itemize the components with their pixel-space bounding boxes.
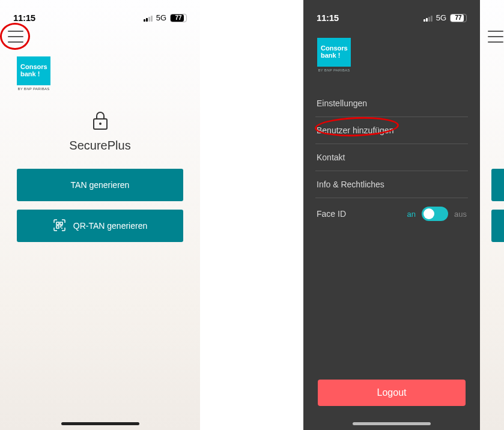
tan-button[interactable]: TAN generieren [17,169,183,201]
status-time: 11:15 [13,13,35,23]
menu-item-label: Benutzer hinzufügen [317,126,393,135]
status-bar: 11:15 5G 77 [303,0,480,27]
brand-logo: Consors bank ! BY BNP PARIBAS [317,38,351,72]
battery-icon: 77 [170,14,187,22]
home-indicator[interactable] [353,422,431,425]
screenshot-menu: 11:15 5G 77 Consors bank ! BY BNP PARIBA… [303,0,480,430]
svg-rect-2 [56,222,59,225]
home-center: SecurePlus [0,111,200,153]
status-right: 5G 77 [144,13,187,22]
qr-icon [53,219,66,234]
status-right: 5G 77 [424,13,467,22]
hamburger-menu-icon[interactable] [8,31,23,43]
network-type: 5G [436,13,446,22]
side-menu: Einstellungen Benutzer hinzufügen Kontak… [315,90,468,229]
qr-tan-button[interactable]: QR-TAN generieren [17,210,183,242]
logout-label: Logout [377,387,407,398]
svg-point-1 [99,123,102,125]
tan-button-partial[interactable] [491,169,504,201]
qr-tan-button-label: QR-TAN generieren [73,221,147,231]
app-title: SecurePlus [0,139,200,153]
logo-subtitle: BY BNP PARIBAS [318,68,350,72]
home-indicator[interactable] [61,422,139,425]
status-bar: 11:15 5G 77 [0,0,200,27]
lock-icon [91,111,109,133]
menu-item-faceid: Face ID an aus [315,198,468,229]
signal-icon [144,14,153,22]
toggle-off-label: aus [454,210,467,219]
svg-rect-4 [56,226,59,228]
toggle-on-label: an [407,210,416,219]
home-buttons: TAN generieren QR-TAN generieren [17,169,183,242]
menu-item-label: Kontakt [317,153,345,162]
logo-line2: bank ! [321,52,340,59]
faceid-label: Face ID [317,209,346,219]
menu-item-kontakt[interactable]: Kontakt [315,144,468,171]
menu-item-einstellungen[interactable]: Einstellungen [315,90,468,117]
faceid-toggle[interactable] [422,207,448,221]
tan-button-label: TAN generieren [71,180,130,190]
network-type: 5G [156,13,166,22]
signal-icon [424,14,433,22]
menu-item-info-rechtliches[interactable]: Info & Rechtliches [315,171,468,198]
brand-logo: Consors bank ! BY BNP PARIBAS [17,56,50,91]
svg-rect-3 [60,222,62,225]
logo-subtitle: BY BNP PARIBAS [17,87,49,91]
logout-button[interactable]: Logout [318,380,466,406]
menu-item-label: Info & Rechtliches [317,180,384,189]
screenshot-home: 11:15 5G 77 Consors bank ! BY BNP PARIBA… [0,0,200,430]
screenshot-home-partial [480,0,504,430]
menu-item-benutzer-hinzufuegen[interactable]: Benutzer hinzufügen [315,117,468,144]
logo-line2: bank ! [20,71,40,78]
battery-icon: 77 [450,14,467,22]
hamburger-menu-icon[interactable] [488,31,503,43]
menu-item-label: Einstellungen [317,98,367,108]
qr-tan-button-partial[interactable] [491,210,504,242]
status-time: 11:15 [317,13,339,23]
